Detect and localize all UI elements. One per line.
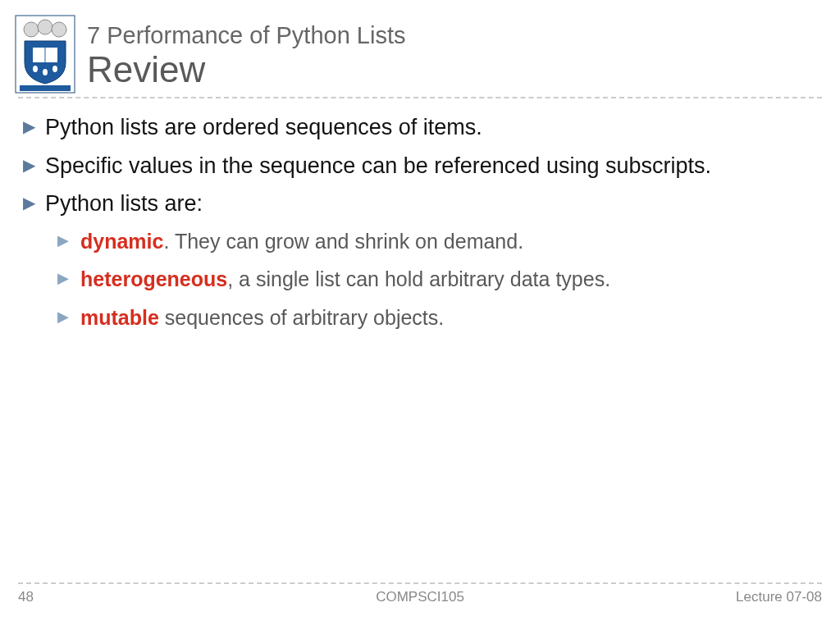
bullet-item: ▶ Specific values in the sequence can be… (23, 152, 817, 180)
highlight-term: dynamic (80, 230, 163, 253)
course-code: COMPSCI105 (376, 589, 464, 605)
slide-title: Review (87, 50, 405, 89)
slide-supertitle: 7 Performance of Python Lists (87, 21, 405, 50)
sub-bullet-rest: , a single list can hold arbitrary data … (227, 267, 610, 290)
svg-point-1 (24, 22, 39, 37)
triangle-bullet-icon: ▶ (57, 266, 69, 290)
highlight-term: mutable (80, 306, 159, 329)
sub-bullet-rest: . They can grow and shrink on demand. (163, 230, 523, 253)
svg-point-8 (52, 66, 57, 72)
title-block: 7 Performance of Python Lists Review (87, 15, 405, 89)
slide-footer: 48 COMPSCI105 Lecture 07-08 (0, 582, 840, 605)
svg-point-2 (38, 20, 52, 34)
bullet-text: Python lists are ordered sequences of it… (45, 113, 482, 142)
bullet-item: ▶ Python lists are: (23, 189, 817, 218)
sub-bullet-item: ▶ heterogeneous, a single list can hold … (57, 266, 817, 293)
university-crest-logo (15, 15, 75, 94)
sub-bullet-item: ▶ mutable sequences of arbitrary objects… (57, 304, 817, 331)
sub-bullet-text: heterogeneous, a single list can hold ar… (80, 266, 610, 293)
sub-bullet-item: ▶ dynamic. They can grow and shrink on d… (57, 228, 817, 255)
svg-point-7 (43, 69, 48, 75)
triangle-bullet-icon: ▶ (23, 113, 35, 139)
page-number: 48 (18, 589, 34, 605)
slide-content: ▶ Python lists are ordered sequences of … (0, 98, 840, 331)
bullet-text: Python lists are: (45, 189, 203, 218)
svg-rect-9 (20, 85, 71, 91)
footer-row: 48 COMPSCI105 Lecture 07-08 (0, 589, 840, 605)
highlight-term: heterogeneous (80, 267, 227, 290)
sub-bullet-list: ▶ dynamic. They can grow and shrink on d… (23, 228, 817, 331)
triangle-bullet-icon: ▶ (57, 304, 69, 329)
svg-point-6 (33, 66, 38, 72)
triangle-bullet-icon: ▶ (57, 228, 69, 253)
sub-bullet-text: dynamic. They can grow and shrink on dem… (80, 228, 523, 255)
svg-point-3 (52, 22, 66, 37)
sub-bullet-rest: sequences of arbitrary objects. (159, 306, 444, 329)
sub-bullet-text: mutable sequences of arbitrary objects. (80, 304, 444, 331)
bullet-text: Specific values in the sequence can be r… (45, 152, 711, 180)
triangle-bullet-icon: ▶ (23, 152, 35, 178)
lecture-number: Lecture 07-08 (736, 589, 822, 605)
triangle-bullet-icon: ▶ (23, 189, 35, 216)
slide-header: 7 Performance of Python Lists Review (0, 0, 840, 94)
footer-divider (18, 582, 822, 584)
bullet-item: ▶ Python lists are ordered sequences of … (23, 113, 817, 142)
